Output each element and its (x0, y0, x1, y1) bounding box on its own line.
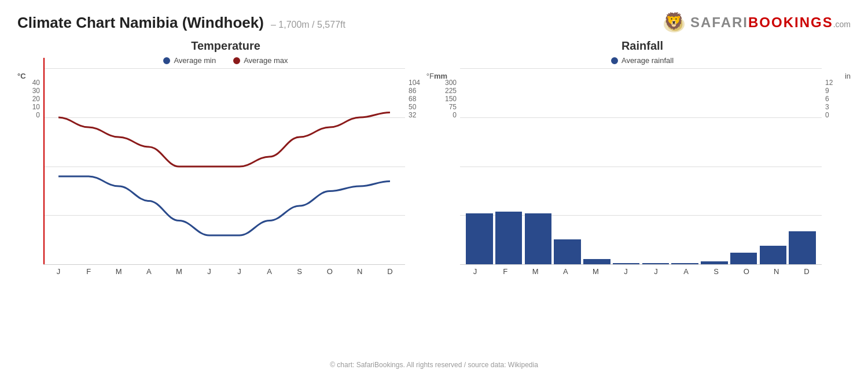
temp-y-left: 40 30 20 10 0 (17, 79, 43, 119)
subtitle: – 1,700m / 5,577ft (271, 20, 345, 30)
rainfall-bar (525, 213, 552, 264)
rainfall-bar (642, 263, 670, 264)
logo-text: SAFARI BOOKINGS .com (690, 14, 851, 31)
temp-x-label: J (231, 267, 248, 276)
rainfall-bar (760, 246, 787, 264)
legend-rainfall-label: Average rainfall (621, 56, 674, 65)
rain-x-label: J (466, 267, 484, 276)
temp-x-label: N (351, 267, 369, 276)
header: Climate Chart Namibia (Windhoek) – 1,700… (17, 12, 851, 34)
temp-x-label: M (110, 267, 127, 276)
fahrenheit-label: °F (426, 72, 434, 80)
footer-credit: © chart: SafariBookings. All rights rese… (17, 361, 851, 371)
rain-y-left: 300 225 150 75 0 (434, 79, 460, 119)
temp-plot-area (43, 68, 405, 265)
legend-min-dot (163, 57, 170, 64)
rain-x-label: D (798, 267, 815, 276)
rain-x-label: M (527, 267, 544, 276)
rain-x-axis: JFMAMJJASOND (460, 265, 822, 276)
temp-chart-inner: JFMAMJJASOND (43, 68, 405, 276)
svg-text:🦁: 🦁 (664, 12, 684, 31)
temperature-chart-title: Temperature (17, 39, 434, 53)
temp-svg-chart (43, 68, 405, 264)
rainfall-bar (671, 263, 698, 264)
temp-x-label: F (80, 267, 97, 276)
temp-x-label: J (200, 267, 218, 276)
page-container: Climate Chart Namibia (Windhoek) – 1,700… (0, 0, 868, 377)
temp-x-label: O (321, 267, 339, 276)
rainfall-bar (730, 253, 757, 264)
main-title: Climate Chart Namibia (Windhoek) (17, 14, 264, 32)
rain-x-label: M (587, 267, 604, 276)
legend-avg-rainfall: Average rainfall (611, 56, 674, 65)
legend-max-dot (233, 57, 240, 64)
rainfall-legend: Average rainfall (434, 56, 851, 65)
rain-x-label: A (678, 267, 695, 276)
rainfall-chart-title: Rainfall (434, 39, 851, 53)
rain-plot-area (460, 68, 822, 265)
temp-x-axis: JFMAMJJASOND (43, 265, 405, 276)
rainfall-bar (466, 213, 493, 264)
logo-icon: 🦁 (661, 12, 687, 34)
logo-area: 🦁 SAFARI BOOKINGS .com (661, 12, 851, 34)
title-group: Climate Chart Namibia (Windhoek) – 1,700… (17, 14, 345, 32)
temp-x-label: D (381, 267, 399, 276)
temperature-legend: Average min Average max (17, 56, 434, 65)
legend-avg-min: Average min (163, 56, 216, 65)
rainfall-chart-section: Rainfall Average rainfall mm 300 225 150… (434, 39, 851, 356)
temp-y-right: 104 86 68 50 32 (405, 79, 434, 119)
rainfall-bar (789, 231, 816, 264)
rain-y-right: 12 9 6 3 0 (822, 79, 851, 119)
temp-x-label: M (170, 267, 187, 276)
rainfall-bar (613, 263, 640, 264)
rain-x-label: J (648, 267, 665, 276)
rain-x-label: F (496, 267, 514, 276)
temp-x-label: A (140, 267, 157, 276)
legend-avg-max: Average max (233, 56, 288, 65)
rain-x-label: O (738, 267, 755, 276)
temp-x-label: A (261, 267, 278, 276)
temp-x-label: J (50, 267, 67, 276)
rain-x-label: N (768, 267, 785, 276)
legend-max-label: Average max (244, 56, 288, 65)
rainfall-bar (701, 261, 728, 264)
rain-x-label: A (557, 267, 574, 276)
temp-x-label: S (291, 267, 308, 276)
rainfall-bar (554, 239, 581, 264)
rainfall-bar (495, 212, 523, 264)
rain-chart-inner: JFMAMJJASOND (460, 68, 822, 276)
celsius-label: °C (17, 72, 26, 80)
in-label: in (845, 72, 851, 80)
rainfall-bars (460, 68, 822, 264)
vertical-red-line (43, 58, 45, 264)
rain-x-label: J (617, 267, 634, 276)
charts-row: Temperature Average min Average max °C 4… (17, 39, 851, 356)
temperature-chart-section: Temperature Average min Average max °C 4… (17, 39, 434, 356)
mm-label: mm (434, 72, 447, 80)
legend-min-label: Average min (174, 56, 216, 65)
rain-x-label: S (708, 267, 725, 276)
rainfall-bar (583, 259, 610, 264)
legend-rainfall-dot (611, 57, 618, 64)
